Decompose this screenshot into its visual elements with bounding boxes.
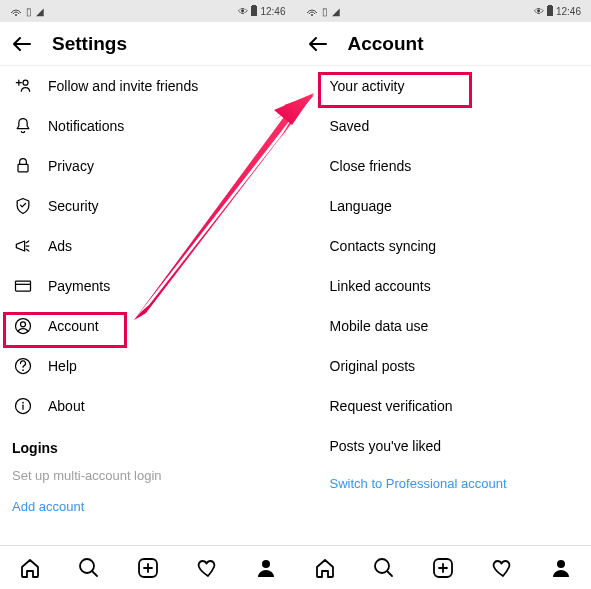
- account-item-original[interactable]: Original posts: [296, 346, 592, 386]
- list-item-label: Linked accounts: [330, 278, 431, 294]
- svg-point-3: [23, 80, 28, 85]
- settings-item-account[interactable]: Account: [0, 306, 296, 346]
- list-item-label: Ads: [48, 238, 72, 254]
- list-item-label: Close friends: [330, 158, 412, 174]
- svg-point-15: [311, 14, 313, 16]
- list-item-label: Account: [48, 318, 99, 334]
- list-item-label: Privacy: [48, 158, 94, 174]
- list-item-label: Posts you've liked: [330, 438, 442, 454]
- settings-pane: ▯◢ 👁 12:46 Settings Follow and invite fr…: [0, 0, 296, 589]
- bottom-nav: [296, 545, 592, 589]
- heart-icon[interactable]: [490, 556, 514, 580]
- list-item-label: Saved: [330, 118, 370, 134]
- account-item-activity[interactable]: Your activity: [296, 66, 592, 106]
- svg-rect-16: [547, 6, 553, 16]
- battery-icon: [250, 5, 258, 17]
- list-item-label: Notifications: [48, 118, 124, 134]
- status-time: 👁 12:46: [534, 5, 581, 17]
- list-item-label: Request verification: [330, 398, 453, 414]
- add-post-icon[interactable]: [136, 556, 160, 580]
- settings-item-payments[interactable]: Payments: [0, 266, 296, 306]
- search-icon[interactable]: [77, 556, 101, 580]
- lock-icon: [12, 155, 34, 177]
- account-title: Account: [348, 33, 424, 55]
- svg-point-9: [22, 369, 24, 371]
- settings-item-about[interactable]: About: [0, 386, 296, 426]
- battery-icon: [546, 5, 554, 17]
- add-user-icon: [12, 75, 34, 97]
- svg-rect-1: [251, 6, 257, 16]
- home-icon[interactable]: [313, 556, 337, 580]
- list-item-label: Follow and invite friends: [48, 78, 198, 94]
- svg-rect-5: [16, 281, 31, 291]
- account-list: Your activity Saved Close friends Langua…: [296, 66, 592, 545]
- list-item-label: Help: [48, 358, 77, 374]
- account-item-mobile-data[interactable]: Mobile data use: [296, 306, 592, 346]
- settings-title: Settings: [52, 33, 127, 55]
- list-item-label: Security: [48, 198, 99, 214]
- account-item-linked[interactable]: Linked accounts: [296, 266, 592, 306]
- back-arrow-icon[interactable]: [10, 32, 34, 56]
- svg-point-0: [15, 14, 17, 16]
- card-icon: [12, 275, 34, 297]
- switch-professional-link[interactable]: Switch to Professional account: [296, 466, 592, 501]
- settings-item-help[interactable]: Help: [0, 346, 296, 386]
- list-item-label: Contacts syncing: [330, 238, 437, 254]
- settings-item-security[interactable]: Security: [0, 186, 296, 226]
- account-item-verification[interactable]: Request verification: [296, 386, 592, 426]
- list-item-label: Mobile data use: [330, 318, 429, 334]
- list-item-label: Payments: [48, 278, 110, 294]
- user-circle-icon: [12, 315, 34, 337]
- account-item-posts-liked[interactable]: Posts you've liked: [296, 426, 592, 466]
- search-icon[interactable]: [372, 556, 396, 580]
- svg-rect-2: [252, 5, 256, 6]
- megaphone-icon: [12, 235, 34, 257]
- status-bar: ▯◢ 👁 12:46: [296, 0, 592, 22]
- settings-header: Settings: [0, 22, 296, 66]
- wifi-icon: [306, 6, 318, 16]
- back-arrow-icon[interactable]: [306, 32, 330, 56]
- account-item-saved[interactable]: Saved: [296, 106, 592, 146]
- profile-icon[interactable]: [254, 556, 278, 580]
- bottom-nav: [0, 545, 296, 589]
- home-icon[interactable]: [18, 556, 42, 580]
- svg-point-20: [557, 560, 565, 568]
- settings-item-follow[interactable]: Follow and invite friends: [0, 66, 296, 106]
- settings-list: Follow and invite friends Notifications …: [0, 66, 296, 545]
- list-item-label: About: [48, 398, 85, 414]
- logins-section-header: Logins: [0, 426, 296, 462]
- status-icons-left: ▯◢: [306, 6, 340, 17]
- account-item-language[interactable]: Language: [296, 186, 592, 226]
- svg-point-7: [21, 322, 26, 327]
- list-item-label: Your activity: [330, 78, 405, 94]
- add-post-icon[interactable]: [431, 556, 455, 580]
- multi-account-subtext[interactable]: Set up multi-account login: [0, 462, 296, 489]
- heart-icon[interactable]: [195, 556, 219, 580]
- profile-icon[interactable]: [549, 556, 573, 580]
- svg-rect-4: [18, 164, 28, 172]
- list-item-label: Original posts: [330, 358, 416, 374]
- help-icon: [12, 355, 34, 377]
- svg-point-11: [22, 402, 24, 404]
- status-icons-left: ▯◢: [10, 6, 44, 17]
- bell-icon: [12, 115, 34, 137]
- list-item-label: Language: [330, 198, 392, 214]
- shield-icon: [12, 195, 34, 217]
- account-item-contacts[interactable]: Contacts syncing: [296, 226, 592, 266]
- add-account-link[interactable]: Add account: [0, 489, 296, 524]
- svg-rect-17: [548, 5, 552, 6]
- svg-point-14: [262, 560, 270, 568]
- account-pane: ▯◢ 👁 12:46 Account Your activity Saved C…: [296, 0, 592, 589]
- status-bar: ▯◢ 👁 12:46: [0, 0, 296, 22]
- info-icon: [12, 395, 34, 417]
- settings-item-ads[interactable]: Ads: [0, 226, 296, 266]
- account-header: Account: [296, 22, 592, 66]
- status-time: 👁 12:46: [238, 5, 285, 17]
- settings-item-privacy[interactable]: Privacy: [0, 146, 296, 186]
- wifi-icon: [10, 6, 22, 16]
- settings-item-notifications[interactable]: Notifications: [0, 106, 296, 146]
- account-item-close-friends[interactable]: Close friends: [296, 146, 592, 186]
